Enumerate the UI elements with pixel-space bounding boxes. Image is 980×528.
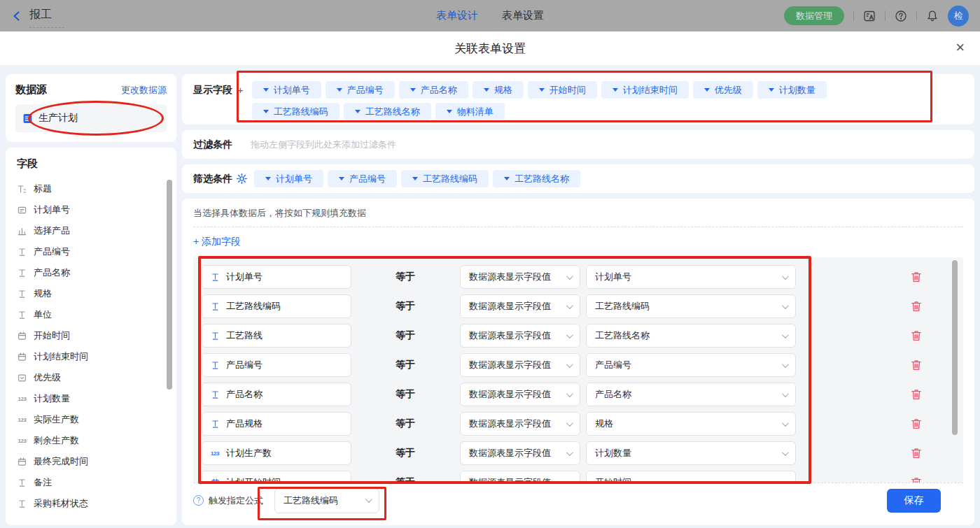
delete-icon[interactable] — [910, 388, 923, 401]
field-list-item[interactable]: 最终完成时间 — [17, 451, 167, 472]
display-field-tag[interactable]: 计划数量 — [757, 81, 827, 99]
field-list-item[interactable]: 标题 — [17, 178, 167, 199]
field-list-item[interactable]: 备注 — [17, 472, 167, 493]
field-list-item[interactable]: 采购耗材状态 — [17, 493, 167, 514]
screening-tag[interactable]: 产品编号 — [328, 170, 397, 187]
chevron-down-icon — [539, 88, 545, 92]
rule-field-box[interactable]: 计划开始时间 — [202, 471, 351, 483]
rules-list: 计划单号 等于 数据源表显示字段值 计划单号 — [193, 257, 963, 483]
change-datasource-link[interactable]: 更改数据源 — [121, 84, 167, 97]
bell-icon[interactable] — [926, 10, 939, 22]
rule-field-box[interactable]: 工艺路线 — [202, 324, 351, 348]
display-field-tag[interactable]: 开始时间 — [528, 81, 597, 99]
delete-icon[interactable] — [910, 271, 923, 283]
help-icon[interactable]: ? — [193, 495, 204, 506]
field-label: 计划数量 — [34, 392, 70, 405]
display-field-tag[interactable]: 工艺路线名称 — [344, 103, 431, 120]
rules-scrollbar[interactable] — [952, 260, 958, 435]
sidebar-scrollbar[interactable] — [167, 180, 172, 390]
display-field-tag[interactable]: 产品名称 — [399, 81, 468, 99]
tab-form-settings[interactable]: 表单设置 — [502, 9, 544, 22]
chevron-down-icon — [782, 478, 789, 483]
source-select[interactable]: 数据源表显示字段值 — [460, 324, 580, 348]
value-select[interactable]: 产品编号 — [586, 353, 796, 377]
field-type-icon — [17, 184, 27, 194]
add-display-field-button[interactable]: + — [237, 84, 244, 96]
field-type-icon — [209, 272, 220, 283]
source-select[interactable]: 数据源表显示字段值 — [460, 353, 580, 377]
value-select[interactable]: 工艺路线名称 — [586, 324, 796, 348]
field-list-item[interactable]: 单位 — [17, 304, 167, 325]
display-field-tag[interactable]: 规格 — [472, 81, 524, 99]
fields-title: 字段 — [17, 157, 167, 171]
source-select[interactable]: 数据源表显示字段值 — [460, 471, 580, 483]
field-list-item[interactable]: 123 计划数量 — [17, 388, 167, 409]
field-list-item[interactable]: 计划单号 — [17, 199, 167, 220]
delete-icon[interactable] — [910, 359, 923, 371]
back-icon[interactable] — [11, 10, 22, 22]
chevron-down-icon — [265, 177, 271, 180]
source-select[interactable]: 数据源表显示字段值 — [460, 441, 580, 465]
equals-label: 等于 — [396, 300, 460, 313]
help-icon[interactable] — [895, 10, 907, 22]
trigger-formula-select[interactable]: 工艺路线编码 — [274, 488, 379, 513]
display-field-tag[interactable]: 工艺路线编码 — [252, 103, 340, 120]
field-list-item[interactable]: 优先级 — [17, 367, 167, 388]
datasource-item[interactable]: 生产计划 — [15, 104, 167, 132]
rule-field-label: 工艺路线编码 — [226, 300, 281, 313]
tag-label: 物料清单 — [457, 106, 493, 118]
field-list-item[interactable]: 开始时间 — [17, 325, 167, 346]
field-list-item[interactable]: 计划结束时间 — [17, 346, 167, 367]
source-select[interactable]: 数据源表显示字段值 — [460, 412, 580, 436]
rule-field-box[interactable]: 123 计划生产数 — [202, 441, 351, 465]
display-field-tag[interactable]: 计划结束时间 — [601, 81, 689, 99]
translate-icon[interactable] — [863, 10, 876, 22]
source-select[interactable]: 数据源表显示字段值 — [460, 294, 580, 318]
field-list-item[interactable]: 产品编号 — [17, 241, 167, 262]
value-select[interactable]: 计划数量 — [586, 441, 796, 465]
value-select[interactable]: 产品名称 — [586, 383, 796, 406]
display-field-tag[interactable]: 计划单号 — [252, 81, 321, 99]
chevron-down-icon — [566, 331, 573, 338]
tab-form-design[interactable]: 表单设计 — [436, 9, 478, 22]
field-list-item[interactable]: 产品名称 — [17, 262, 167, 283]
rule-field-box[interactable]: 工艺路线编码 — [202, 294, 351, 318]
value-select[interactable]: 规格 — [586, 412, 796, 436]
source-select[interactable]: 数据源表显示字段值 — [460, 265, 580, 289]
display-field-tag[interactable]: 物料清单 — [435, 103, 505, 120]
data-manage-button[interactable]: 数据管理 — [784, 6, 844, 25]
rule-field-label: 工艺路线 — [226, 329, 262, 342]
field-list-item[interactable]: 选择产品 — [17, 220, 167, 241]
delete-icon[interactable] — [910, 329, 923, 342]
field-list-item[interactable]: 规格 — [17, 283, 167, 304]
filter-drop-placeholder[interactable]: 拖动左侧字段到此处来添加过滤条件 — [251, 138, 396, 151]
value-select[interactable]: 计划单号 — [586, 265, 796, 289]
display-field-tag[interactable]: 产品编号 — [326, 81, 395, 99]
save-button[interactable]: 保存 — [887, 489, 941, 513]
value-select[interactable]: 开始时间 — [586, 471, 796, 483]
close-icon[interactable]: × — [955, 38, 965, 57]
field-list-item[interactable]: 123 剩余生产数 — [17, 430, 167, 451]
screening-tag[interactable]: 工艺路线名称 — [493, 170, 580, 187]
tag-label: 产品名称 — [421, 84, 457, 97]
rule-field-box[interactable]: 产品规格 — [202, 412, 351, 436]
rule-field-box[interactable]: 计划单号 — [202, 265, 351, 289]
field-list-item[interactable]: 123 实际生产数 — [17, 409, 167, 430]
display-field-tag[interactable]: 优先级 — [693, 81, 753, 99]
rule-field-label: 产品编号 — [226, 359, 262, 371]
screening-tag[interactable]: 工艺路线编码 — [401, 170, 489, 187]
source-select[interactable]: 数据源表显示字段值 — [460, 383, 580, 406]
add-field-link[interactable]: + 添加字段 — [193, 236, 241, 251]
delete-icon[interactable] — [910, 300, 923, 313]
rule-field-box[interactable]: 产品编号 — [202, 353, 351, 377]
gear-icon[interactable] — [237, 173, 247, 184]
value-select[interactable]: 工艺路线编码 — [586, 294, 796, 318]
field-type-icon — [17, 478, 27, 488]
rule-field-box[interactable]: 产品名称 — [202, 383, 351, 406]
delete-icon[interactable] — [910, 447, 923, 459]
delete-icon[interactable] — [910, 476, 923, 483]
delete-icon[interactable] — [910, 418, 923, 430]
screening-tag[interactable]: 计划单号 — [254, 170, 323, 187]
avatar[interactable]: 检 — [948, 6, 969, 27]
chevron-down-icon — [782, 390, 789, 397]
